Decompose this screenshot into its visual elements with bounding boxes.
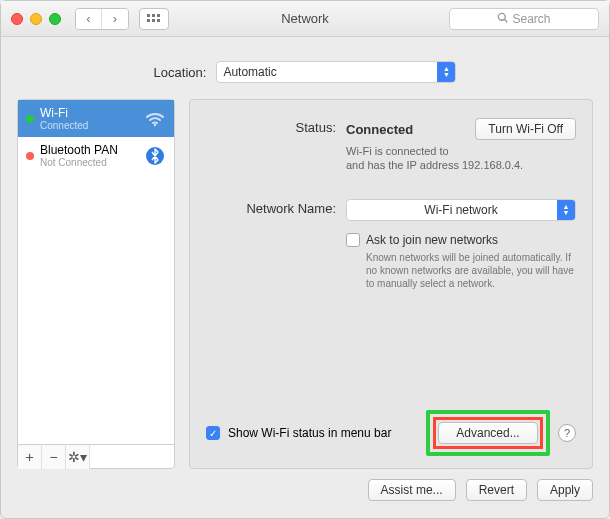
svg-point-8 bbox=[154, 123, 156, 125]
add-service-button[interactable]: + bbox=[18, 445, 42, 469]
network-name-value: Wi-Fi network bbox=[353, 203, 569, 217]
zoom-icon[interactable] bbox=[49, 13, 61, 25]
network-name-label: Network Name: bbox=[206, 199, 346, 216]
status-sub: Wi-Fi is connected to and has the IP add… bbox=[346, 144, 576, 173]
search-input[interactable]: Search bbox=[449, 8, 599, 30]
svg-rect-1 bbox=[152, 14, 155, 17]
help-button[interactable]: ? bbox=[558, 424, 576, 442]
svg-rect-4 bbox=[152, 19, 155, 22]
svg-rect-5 bbox=[157, 19, 160, 22]
advanced-button[interactable]: Advanced... bbox=[438, 422, 538, 444]
close-icon[interactable] bbox=[11, 13, 23, 25]
wifi-toggle-button[interactable]: Turn Wi-Fi Off bbox=[475, 118, 576, 140]
status-value: Connected bbox=[346, 122, 413, 137]
show-status-label: Show Wi-Fi status in menu bar bbox=[228, 426, 391, 440]
network-name-select[interactable]: Wi-Fi network ▲▼ bbox=[346, 199, 576, 221]
service-name: Bluetooth PAN bbox=[40, 143, 138, 157]
bluetooth-icon bbox=[144, 145, 166, 167]
revert-button[interactable]: Revert bbox=[466, 479, 527, 501]
sidebar-item-wifi[interactable]: Wi-Fi Connected bbox=[18, 100, 174, 137]
chevron-updown-icon: ▲▼ bbox=[437, 62, 455, 82]
svg-rect-0 bbox=[147, 14, 150, 17]
service-status: Not Connected bbox=[40, 157, 138, 168]
svg-line-7 bbox=[505, 19, 508, 22]
action-menu-button[interactable]: ✲▾ bbox=[66, 445, 90, 469]
ask-join-label: Ask to join new networks bbox=[366, 233, 576, 247]
assist-button[interactable]: Assist me... bbox=[368, 479, 456, 501]
ask-join-note: Known networks will be joined automatica… bbox=[366, 251, 576, 290]
location-select[interactable]: Automatic ▲▼ bbox=[216, 61, 456, 83]
ask-join-checkbox[interactable] bbox=[346, 233, 360, 247]
svg-rect-3 bbox=[147, 19, 150, 22]
detail-panel: Status: Connected Turn Wi-Fi Off Wi-Fi i… bbox=[189, 99, 593, 469]
forward-button[interactable]: › bbox=[102, 9, 128, 29]
minimize-icon[interactable] bbox=[30, 13, 42, 25]
show-all-button[interactable] bbox=[139, 8, 169, 30]
chevron-updown-icon: ▲▼ bbox=[557, 200, 575, 220]
location-value: Automatic bbox=[223, 65, 276, 79]
service-sidebar: Wi-Fi Connected Bluetooth PAN Not Connec… bbox=[17, 99, 175, 469]
wifi-icon bbox=[144, 108, 166, 130]
service-status: Connected bbox=[40, 120, 138, 131]
search-placeholder: Search bbox=[512, 12, 550, 26]
status-dot-icon bbox=[26, 115, 34, 123]
status-dot-icon bbox=[26, 152, 34, 160]
sidebar-item-bluetooth[interactable]: Bluetooth PAN Not Connected bbox=[18, 137, 174, 174]
service-name: Wi-Fi bbox=[40, 106, 138, 120]
nav-buttons: ‹ › bbox=[75, 8, 129, 30]
show-status-checkbox[interactable]: ✓ bbox=[206, 426, 220, 440]
svg-point-6 bbox=[499, 13, 506, 20]
remove-service-button[interactable]: − bbox=[42, 445, 66, 469]
location-label: Location: bbox=[154, 65, 207, 80]
svg-rect-2 bbox=[157, 14, 160, 17]
grid-icon bbox=[147, 14, 161, 24]
status-label: Status: bbox=[206, 118, 346, 135]
apply-button[interactable]: Apply bbox=[537, 479, 593, 501]
gear-icon: ✲▾ bbox=[68, 449, 87, 465]
advanced-highlight: Advanced... bbox=[426, 410, 550, 456]
back-button[interactable]: ‹ bbox=[76, 9, 102, 29]
search-icon bbox=[497, 12, 508, 26]
